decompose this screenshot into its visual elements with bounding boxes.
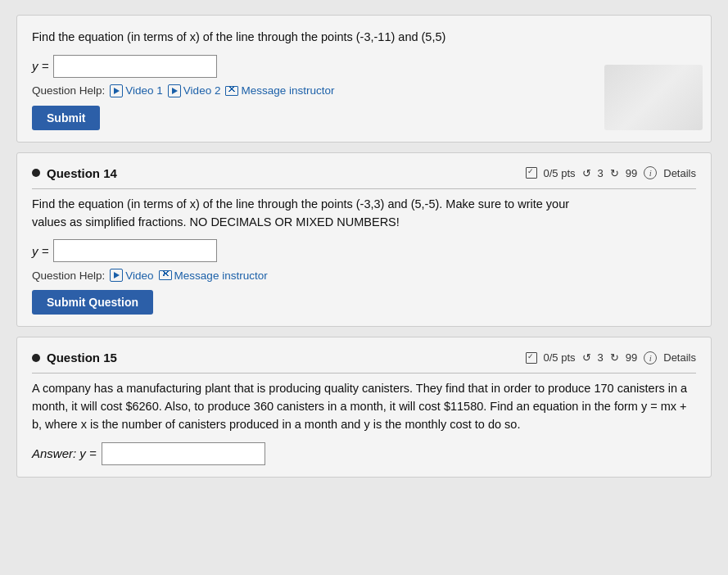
q15-answer-label: Answer: y = xyxy=(32,446,97,460)
q14-answer-input[interactable] xyxy=(53,239,217,262)
q14-retry-icon: ↺ xyxy=(582,167,591,179)
q13-video1-icon xyxy=(110,84,123,97)
q14-video-label: Video xyxy=(125,269,153,282)
q13-message-link[interactable]: Message instructor xyxy=(225,84,334,97)
q14-details-link[interactable]: Details xyxy=(663,167,696,179)
q13-help-label: Question Help: xyxy=(32,84,105,97)
q14-info-icon[interactable]: i xyxy=(644,166,657,179)
q15-pts-icon xyxy=(526,352,537,364)
q13-answer-input[interactable] xyxy=(53,55,217,78)
q14-title: Question 14 xyxy=(32,166,117,180)
q14-divider xyxy=(32,188,696,189)
q15-info-icon[interactable]: i xyxy=(644,351,657,364)
q15-retries: 3 xyxy=(598,351,604,364)
q14-pts-icon xyxy=(526,167,537,179)
q15-number: Question 15 xyxy=(47,351,117,364)
q15-bullet xyxy=(32,354,40,362)
q14-refresh: 99 xyxy=(626,167,637,179)
q15-body: A company has a manufacturing plant that… xyxy=(32,380,696,433)
q14-eq-label: y = xyxy=(32,244,48,258)
q13-submit-row: Submit xyxy=(32,106,696,130)
q14-input-row: y = xyxy=(32,239,696,262)
q15-meta: 0/5 pts ↺ 3 ↻ 99 i Details xyxy=(526,351,696,364)
q14-pts: 0/5 pts xyxy=(544,167,576,179)
q14-number: Question 14 xyxy=(47,166,117,180)
q15-answer-input[interactable] xyxy=(102,442,265,465)
q15-retry-icon: ↺ xyxy=(582,351,591,364)
q15-refresh-icon: ↻ xyxy=(610,351,619,364)
q14-video-link[interactable]: Video xyxy=(110,269,153,282)
q13-video1-label: Video 1 xyxy=(125,84,163,97)
question-14-block: Question 14 0/5 pts ↺ 3 ↻ 99 i Details F… xyxy=(16,152,712,328)
q14-help-row: Question Help: Video Message instructor xyxy=(32,269,696,282)
q13-message-label: Message instructor xyxy=(241,84,334,97)
q13-help-row: Question Help: Video 1 Video 2 Message i… xyxy=(32,84,696,97)
q14-video-icon xyxy=(110,269,123,282)
q14-mail-icon xyxy=(159,270,172,280)
q15-details-link[interactable]: Details xyxy=(663,351,696,364)
question-15-block: Question 15 0/5 pts ↺ 3 ↻ 99 i Details A… xyxy=(16,337,712,477)
q13-submit-button[interactable]: Submit xyxy=(32,106,100,130)
q14-submit-row: Submit Question xyxy=(32,290,696,315)
q15-header: Question 15 0/5 pts ↺ 3 ↻ 99 i Details xyxy=(32,351,696,364)
q13-video2-link[interactable]: Video 2 xyxy=(168,84,221,97)
q15-answer-row: Answer: y = xyxy=(32,442,696,465)
q13-video2-icon xyxy=(168,84,181,97)
watermark xyxy=(604,65,703,130)
q14-header: Question 14 0/5 pts ↺ 3 ↻ 99 i Details xyxy=(32,166,696,180)
q14-meta: 0/5 pts ↺ 3 ↻ 99 i Details xyxy=(526,166,696,179)
q13-mail-icon xyxy=(225,86,238,96)
q15-pts: 0/5 pts xyxy=(544,351,576,364)
q13-video2-label: Video 2 xyxy=(183,84,221,97)
q14-body: Find the equation (in terms of x) of the… xyxy=(32,196,696,232)
q13-eq-label: y = xyxy=(32,59,48,73)
q13-video1-link[interactable]: Video 1 xyxy=(110,84,163,97)
q14-refresh-icon: ↻ xyxy=(610,167,619,179)
q14-submit-button[interactable]: Submit Question xyxy=(32,290,153,315)
q14-retries: 3 xyxy=(598,167,604,179)
q14-body1: Find the equation (in terms of x) of the… xyxy=(32,197,569,211)
q14-bullet xyxy=(32,169,40,177)
q13-body: Find the equation (in terms of x) of the… xyxy=(32,29,696,47)
q15-refresh: 99 xyxy=(626,351,637,364)
q14-body2: values as simplified fractions. NO DECIM… xyxy=(32,215,400,229)
q13-input-row: y = xyxy=(32,55,696,78)
q15-title: Question 15 xyxy=(32,351,117,364)
question-13-block: Find the equation (in terms of x) of the… xyxy=(16,15,712,143)
page: Find the equation (in terms of x) of the… xyxy=(0,0,728,575)
q14-message-link[interactable]: Message instructor xyxy=(159,269,268,282)
q14-help-label: Question Help: xyxy=(32,269,105,282)
q14-message-label: Message instructor xyxy=(174,269,268,282)
q15-divider xyxy=(32,373,696,374)
